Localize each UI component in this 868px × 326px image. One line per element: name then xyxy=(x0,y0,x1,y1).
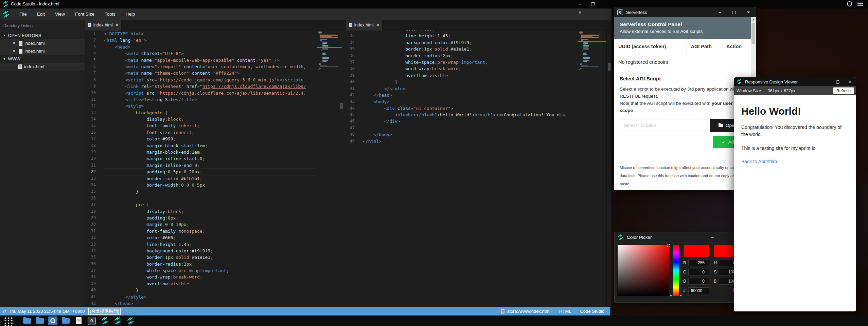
minimize-icon[interactable]: – xyxy=(821,77,828,86)
saturation-value-field[interactable] xyxy=(617,245,669,296)
code-line: <!DOCTYPE html> xyxy=(104,31,317,37)
taskbar-folder-icon[interactable] xyxy=(22,317,32,325)
close-icon[interactable]: ✕ xyxy=(574,8,586,17)
sync-icon[interactable]: ⇄ xyxy=(3,309,6,314)
stepper-icon[interactable]: ↕ xyxy=(707,261,709,265)
code-line: display:block; xyxy=(104,116,317,122)
editor-pane-2[interactable]: 323334353637383940414243444546474849 col… xyxy=(343,31,578,307)
minimize-icon[interactable]: – xyxy=(716,7,723,17)
taskbar-folder-icon[interactable] xyxy=(61,317,70,325)
color-field-R[interactable]: R255↕ xyxy=(683,260,709,266)
code-line: <meta name="apple-mobile-web-app-capable… xyxy=(104,57,317,63)
select-agi-heading: Select AGI Script xyxy=(620,76,745,81)
scrollbar-thumb[interactable] xyxy=(751,23,755,44)
code-studio-logo-icon xyxy=(3,1,9,7)
sidebar-sections: ▾OPEN EDITORS✕index.html✕index.html▾WWWi… xyxy=(0,32,85,71)
editor-pane-1[interactable]: 1234567891011121314151617181920212223242… xyxy=(85,31,317,307)
select-location-input[interactable] xyxy=(620,119,710,132)
menu-help[interactable]: Help xyxy=(121,8,140,20)
close-tab-icon[interactable]: ✕ xyxy=(116,23,119,27)
divider xyxy=(620,160,745,160)
color-field-B[interactable]: B0↕ xyxy=(683,278,709,285)
color-input-R[interactable]: 255 xyxy=(688,260,709,266)
refresh-button[interactable]: Refresh xyxy=(833,87,854,94)
table-header-0: UUID (access token) xyxy=(614,39,687,54)
page-heading: Hello World! xyxy=(741,106,849,117)
sidebar-header: Directory Listing xyxy=(0,20,85,32)
hue-slider[interactable] xyxy=(673,245,679,296)
taskbar-code-studio-icon[interactable] xyxy=(113,317,122,325)
sidebar-section-www[interactable]: ▾WWW xyxy=(0,55,85,63)
minimap-1[interactable] xyxy=(317,31,342,307)
sidebar-item-index.html[interactable]: ✕index.html xyxy=(0,47,85,55)
file-icon xyxy=(19,49,22,54)
hex-input[interactable]: ff0000 xyxy=(688,287,709,294)
menu-tools[interactable]: Tools xyxy=(100,8,121,20)
code-line: border:solid #b1b1b1; xyxy=(104,175,317,182)
code-studio-window: FileEditViewFont SizeToolsHelp Directory… xyxy=(0,8,612,315)
maximize-icon[interactable]: ▢ xyxy=(834,77,841,86)
sidebar-item-index.html[interactable]: ✕index.html xyxy=(0,39,85,47)
minimize-icon[interactable]: – xyxy=(709,232,716,243)
color-input-B[interactable]: 0 xyxy=(688,278,709,285)
stepper-icon[interactable]: ↕ xyxy=(707,280,709,283)
chevron-down-icon: ▾ xyxy=(3,33,5,38)
color-selector-ring[interactable] xyxy=(667,244,670,247)
code-line: </head> xyxy=(104,300,317,307)
back-to-aprintlab-link[interactable]: Back to Aprintlab xyxy=(741,159,777,164)
status-file-path[interactable]: store:/www/index.html xyxy=(507,309,550,314)
code-line: <head> xyxy=(104,44,317,50)
viewer-page: Hello World! Congratulation! You discove… xyxy=(734,95,856,311)
scrollbar-thumb[interactable] xyxy=(340,103,343,109)
table-header-1: AGI Path xyxy=(687,39,722,54)
code-line: line-height:1.45; xyxy=(363,33,578,39)
taskbar-document-icon[interactable] xyxy=(74,317,83,325)
code-line: } xyxy=(104,287,317,293)
scrollbar-thumb[interactable] xyxy=(608,63,611,71)
code-line: </head> xyxy=(363,92,578,98)
stepper-icon[interactable]: ↕ xyxy=(707,270,709,274)
scroll-up-icon[interactable]: ▲ xyxy=(751,17,756,22)
taskbar: 0 xyxy=(0,315,868,326)
code-editor[interactable]: color:#666; line-height:1.45; background… xyxy=(361,31,578,307)
loading-circle-icon[interactable] xyxy=(847,1,852,6)
color-input-G[interactable]: 0 xyxy=(688,269,709,275)
endpoint-table: UUID (access token)AGI PathAction xyxy=(614,39,751,54)
close-icon[interactable]: ✕ xyxy=(745,7,752,17)
minimap-2[interactable] xyxy=(578,31,607,307)
code-line: pre { xyxy=(104,202,317,208)
taskbar-code-studio-icon[interactable] xyxy=(126,317,135,325)
restore-icon[interactable]: ❐ xyxy=(587,0,599,8)
taskbar-code-studio-icon[interactable] xyxy=(100,317,109,325)
menu-edit[interactable]: Edit xyxy=(32,8,50,20)
taskbar-apps-grid-icon[interactable] xyxy=(3,316,13,326)
taskbar-serverless-icon[interactable]: 0 xyxy=(87,317,96,325)
code-line: word-wrap:break-word; xyxy=(104,274,317,280)
taskbar-disc-icon[interactable] xyxy=(48,317,57,325)
close-tab-icon[interactable]: ✕ xyxy=(376,23,379,27)
code-line: display:block; xyxy=(104,208,317,215)
color-field-G[interactable]: G0↕ xyxy=(683,269,709,275)
hex-field[interactable]: # ff0000 xyxy=(683,287,709,294)
menu-icon[interactable] xyxy=(857,2,863,6)
serverless-app-icon: 0 xyxy=(617,9,623,15)
tab-index-html-2[interactable]: index.html ✕ xyxy=(346,20,383,31)
sidebar-item-index.html[interactable]: index.html xyxy=(0,63,85,71)
menu-file[interactable]: File xyxy=(14,8,32,20)
tab-index-html-1[interactable]: index.html ✕ xyxy=(85,20,122,31)
sidebar-section-open-editors[interactable]: ▾OPEN EDITORS xyxy=(0,32,85,39)
close-icon[interactable]: ✕ xyxy=(12,49,15,53)
maximize-icon[interactable]: ▢ xyxy=(731,7,738,17)
code-line: <meta name="theme-color" content="#ff922… xyxy=(104,70,317,76)
code-line: margin-inline-start:0; xyxy=(104,155,317,162)
close-icon[interactable]: ✕ xyxy=(12,41,15,45)
close-icon[interactable]: ✕ xyxy=(847,77,853,86)
menu-view[interactable]: View xyxy=(50,8,70,20)
taskbar-folder-icon[interactable] xyxy=(35,317,45,325)
minimize-icon[interactable]: – xyxy=(574,0,586,8)
menu-font-size[interactable]: Font Size xyxy=(70,8,100,20)
color-picker-window-title: Color Picker xyxy=(627,235,652,240)
status-language[interactable]: HTML xyxy=(559,309,571,314)
code-editor[interactable]: <!DOCTYPE html><html lang="en"> <head> <… xyxy=(102,31,317,307)
code-line xyxy=(363,125,578,131)
